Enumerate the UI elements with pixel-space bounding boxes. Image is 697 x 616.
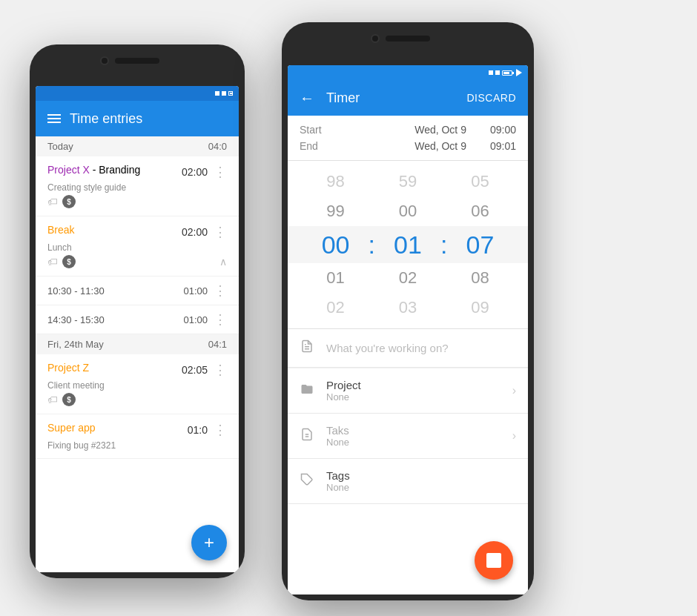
- hour-00: 00: [306, 226, 366, 263]
- sub-entry-1-duration: 01:00: [183, 285, 208, 297]
- project-chevron: ›: [512, 384, 516, 397]
- tag-icon-px: 🏷: [47, 196, 58, 208]
- minutes-column[interactable]: 59 00 01 02 03: [378, 167, 437, 322]
- phone-time-entries: Time entries Today 04:0 Project X - Bran…: [30, 44, 245, 578]
- discard-button[interactable]: DISCARD: [466, 92, 516, 104]
- dollar-icon-pz: $: [62, 393, 76, 406]
- wifi-icon-2: [495, 70, 500, 75]
- signal-icon-2: [489, 70, 493, 75]
- expand-break-btn[interactable]: ∧: [219, 256, 227, 268]
- project-z-name: Project Z: [47, 362, 89, 374]
- phone2-screen: ← Timer DISCARD Start Wed, Oct 9 09:00 E…: [288, 65, 528, 595]
- menu-icon[interactable]: [47, 114, 61, 123]
- entry-project-z-desc: Client meeting: [47, 380, 227, 391]
- entry-project-x-desc: Creating style guide: [47, 182, 227, 193]
- description-icon: [300, 340, 314, 357]
- back-button[interactable]: ←: [300, 90, 314, 107]
- entry-break-desc: Lunch: [47, 242, 227, 253]
- entry-super-app-desc: Fixing bug #2321: [47, 440, 227, 451]
- entry-project-z-menu[interactable]: ⋮: [214, 362, 227, 378]
- sub-entry-1-menu[interactable]: ⋮: [214, 282, 227, 299]
- project-icon: [300, 382, 314, 400]
- entry-project-x-icons: 🏷 $: [47, 195, 227, 208]
- stop-timer-fab[interactable]: [475, 541, 513, 580]
- sub-entry-2[interactable]: 14:30 - 15:30 01:00 ⋮: [36, 305, 239, 334]
- sec-07: 07: [450, 226, 509, 263]
- task-field[interactable]: Taks None ›: [288, 414, 528, 459]
- phone2-speaker: [386, 36, 430, 42]
- super-app-name: Super app: [47, 422, 96, 434]
- phone-timer: ← Timer DISCARD Start Wed, Oct 9 09:00 E…: [282, 22, 534, 600]
- entry-project-x-menu[interactable]: ⋮: [214, 164, 227, 180]
- sub-entry-2-menu[interactable]: ⋮: [214, 311, 227, 328]
- section-friday-total: 04:1: [208, 339, 227, 350]
- hour-99: 99: [306, 196, 366, 226]
- task-icon: [300, 428, 314, 445]
- section-friday-label: Fri, 24th May: [47, 339, 104, 350]
- start-time: 09:00: [490, 124, 516, 136]
- entry-break-time: 02:00: [182, 226, 208, 238]
- status-icons-2: [489, 69, 522, 76]
- sec-06: 06: [450, 196, 509, 226]
- hour-98: 98: [306, 167, 366, 196]
- timer-end-row: End Wed, Oct 9 09:01: [300, 138, 516, 154]
- tags-field[interactable]: Tags None: [288, 459, 528, 504]
- min-03: 03: [378, 293, 437, 322]
- hours-column[interactable]: 98 99 00 01 02: [306, 167, 366, 322]
- project-content: Project None: [326, 379, 501, 403]
- wifi-icon: [222, 91, 226, 96]
- tags-content: Tags None: [326, 469, 516, 493]
- project-value: None: [326, 391, 501, 403]
- timer-title: Timer: [326, 90, 466, 106]
- phone2-camera: [371, 34, 380, 43]
- project-x-separator: -: [93, 164, 99, 176]
- entry-break-menu[interactable]: ⋮: [214, 224, 227, 240]
- add-entry-fab[interactable]: +: [191, 525, 227, 560]
- project-field[interactable]: Project None ›: [288, 368, 528, 414]
- min-59: 59: [378, 167, 437, 196]
- end-label: End: [300, 140, 318, 152]
- task-content: Taks None: [326, 424, 501, 448]
- entry-project-x-time: 02:00: [182, 166, 208, 178]
- section-today: Today 04:0: [36, 136, 239, 156]
- signal-icon: [215, 91, 219, 96]
- battery-icon-2: [502, 70, 512, 76]
- tags-value: None: [326, 482, 516, 493]
- entry-break-icons: 🏷 $: [47, 255, 76, 268]
- task-label: Taks: [326, 424, 501, 437]
- min-02: 02: [378, 263, 437, 293]
- description-field[interactable]: What you're working on?: [288, 329, 528, 368]
- entry-break-title: Break: [47, 224, 75, 236]
- sub-entry-1-range: 10:30 - 11:30: [47, 285, 105, 297]
- sub-entry-2-duration: 01:00: [183, 314, 208, 325]
- entry-super-app-menu[interactable]: ⋮: [214, 422, 227, 438]
- end-date: Wed, Oct 9: [414, 140, 466, 152]
- status-bar-2: [288, 65, 528, 80]
- start-label: Start: [300, 124, 322, 136]
- entry-project-x-title: Project X - Branding: [47, 164, 140, 176]
- entry-project-x[interactable]: Project X - Branding 02:00 ⋮ Creating st…: [36, 156, 239, 216]
- end-info: Wed, Oct 9 09:01: [414, 140, 516, 152]
- timer-app-bar: ← Timer DISCARD: [288, 80, 528, 116]
- time-picker[interactable]: 98 99 00 01 02 : 59 00 01 02 03 :: [288, 161, 528, 329]
- stop-icon: [486, 553, 501, 568]
- dollar-icon-px: $: [62, 195, 76, 208]
- section-today-label: Today: [47, 141, 73, 152]
- seconds-column[interactable]: 05 06 07 08 09: [450, 167, 509, 322]
- phone-camera: [100, 56, 109, 65]
- entry-super-app[interactable]: Super app 01:0 ⋮ Fixing bug #2321: [36, 414, 239, 459]
- app-bar-1: Time entries: [36, 101, 239, 136]
- break-name: Break: [47, 224, 75, 236]
- entry-break[interactable]: Break 02:00 ⋮ Lunch 🏷 $ ∧: [36, 216, 239, 276]
- task-value: None: [326, 437, 501, 448]
- app-title-1: Time entries: [70, 111, 227, 127]
- entry-project-z[interactable]: Project Z 02:05 ⋮ Client meeting 🏷 $: [36, 354, 239, 414]
- project-x-name: Project X: [47, 164, 90, 176]
- hour-02: 02: [306, 293, 366, 322]
- sec-09: 09: [450, 293, 509, 322]
- project-x-task: Branding: [99, 164, 140, 176]
- sub-entry-1[interactable]: 10:30 - 11:30 01:00 ⋮: [36, 276, 239, 305]
- timer-start-row: Start Wed, Oct 9 09:00: [300, 122, 516, 138]
- entry-project-z-title: Project Z: [47, 362, 89, 374]
- tags-label: Tags: [326, 469, 516, 482]
